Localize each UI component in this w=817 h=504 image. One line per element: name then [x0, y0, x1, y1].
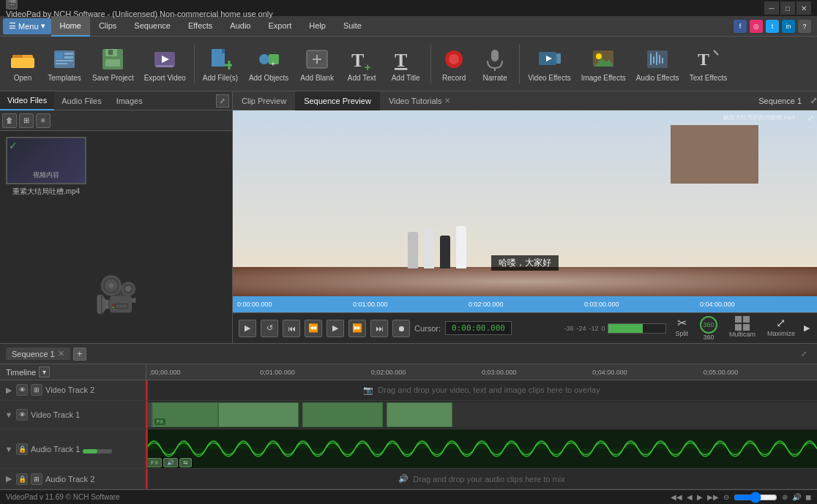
sequence-tab[interactable]: Sequence 1 ✕ — [6, 347, 70, 360]
app-icon: 🎬 — [6, 0, 18, 10]
list-item[interactable]: ✓ 视频内容 重紧大结局吐槽.mp4 — [6, 137, 86, 197]
split-button[interactable]: ✂ Split — [671, 315, 693, 342]
track-1-eye-icon[interactable]: 👁 — [16, 409, 28, 421]
add-objects-button[interactable]: + Add Objects — [244, 40, 294, 88]
nav-end-icon[interactable]: ▶▶ — [707, 493, 719, 501]
multicam-button[interactable]: Multicam — [725, 315, 760, 342]
narrate-button[interactable]: Narrate — [474, 40, 515, 88]
expand-transport-icon[interactable]: ▶ — [802, 315, 811, 342]
skip-end-button[interactable]: ⏭ — [370, 320, 388, 337]
add-text-button[interactable]: T+ Add Text — [340, 40, 383, 88]
view-toggle-button[interactable]: ⊞ — [19, 113, 34, 128]
expand-preview-icon[interactable]: ⤢ — [810, 96, 817, 105]
sequence-tab-close-icon[interactable]: ✕ — [58, 349, 64, 358]
track-collapse-icon[interactable]: ▼ — [4, 410, 13, 419]
video-track-1-content[interactable]: FX — [146, 401, 817, 429]
step-forward-button[interactable]: ⏩ — [348, 320, 366, 337]
nav-forward-icon[interactable]: ▶ — [697, 493, 703, 501]
track-grid-icon[interactable]: ⊞ — [31, 384, 42, 396]
figure-2 — [424, 228, 434, 268]
audio-fx-controls: FX 🔊 ⇋ — [146, 457, 193, 468]
close-button[interactable]: ✕ — [797, 1, 811, 15]
zoom-out-icon[interactable]: ⊖ — [723, 493, 729, 501]
audio-effects-button[interactable]: Audio Effects — [632, 40, 684, 88]
tab-clip-preview[interactable]: Clip Preview — [233, 91, 295, 110]
templates-button[interactable]: Templates — [42, 40, 86, 88]
clip-2[interactable] — [218, 402, 299, 428]
video-effects-button[interactable]: Video Effects — [523, 40, 575, 88]
tab-effects[interactable]: Effects — [179, 16, 221, 37]
track-eye-icon[interactable]: 👁 — [16, 384, 28, 396]
clip-1-fx: FX — [154, 418, 165, 425]
tab-export[interactable]: Export — [259, 16, 300, 37]
help-icon[interactable]: ? — [798, 20, 811, 33]
audio-lock-icon[interactable]: 🔒 — [16, 443, 28, 455]
zoom-in-icon[interactable]: ⊕ — [782, 493, 788, 501]
tab-clips[interactable]: Clips — [90, 16, 125, 37]
audio-fx-button[interactable]: FX — [147, 458, 162, 467]
add-files-button[interactable]: Add File(s) — [198, 40, 242, 88]
record-button[interactable]: Record — [435, 40, 473, 88]
close-tutorials-icon[interactable]: ✕ — [444, 97, 450, 105]
save-project-button[interactable]: Save Project — [88, 40, 138, 88]
expand-icon[interactable]: ⤢ — [807, 113, 814, 123]
audio-effects-icon — [644, 46, 671, 72]
tab-suite[interactable]: Suite — [335, 16, 370, 37]
play-main-button[interactable]: ▶ — [327, 320, 344, 337]
tab-video-tutorials[interactable]: Video Tutorials ✕ — [380, 91, 460, 110]
loop-button[interactable]: ↺ — [261, 320, 278, 337]
maximize-button[interactable]: ⤢ Maximize — [763, 315, 799, 342]
audio-track-2-content[interactable]: 🔊 Drag and drop your audio clips here to… — [146, 469, 817, 489]
tab-help[interactable]: Help — [300, 16, 335, 37]
list-view-button[interactable]: ≡ — [36, 113, 51, 128]
mute-icon[interactable]: ◼ — [805, 493, 811, 501]
maximize-button[interactable]: □ — [780, 1, 795, 15]
tab-audio[interactable]: Audio — [221, 16, 259, 37]
export-video-button[interactable]: Export Video — [140, 40, 190, 88]
delete-file-button[interactable]: 🗑 — [2, 113, 17, 128]
nav-start-icon[interactable]: ◀◀ — [671, 493, 682, 501]
audio-ch-button[interactable]: ⇋ — [179, 458, 192, 467]
add-blank-button[interactable]: Add Blank — [295, 40, 339, 88]
volume-slider-track[interactable] — [83, 449, 112, 454]
templates-label: Templates — [48, 74, 81, 82]
audio-track-2-lock-icon[interactable]: 🔒 — [16, 473, 28, 485]
add-title-button[interactable]: T Add Title — [384, 40, 427, 88]
image-effects-button[interactable]: Image Effects — [577, 40, 630, 88]
track-expand-icon[interactable]: ▶ — [4, 385, 13, 394]
tab-sequence[interactable]: Sequence — [125, 16, 179, 37]
audio-track-1-content[interactable]: FX 🔊 ⇋ — [146, 429, 817, 468]
text-effects-button[interactable]: T Text Effects — [684, 40, 731, 88]
record-transport-button[interactable]: ⏺ — [392, 320, 410, 337]
audio-track-collapse-icon[interactable]: ▼ — [4, 445, 13, 454]
audio-track-2-expand-icon[interactable]: ▶ — [4, 475, 13, 484]
skip-start-button[interactable]: ⏮ — [283, 320, 300, 337]
open-button[interactable]: Open — [4, 40, 41, 88]
clip-4[interactable] — [387, 402, 452, 428]
audio-vol-button[interactable]: 🔊 — [163, 458, 178, 467]
tab-audio-files[interactable]: Audio Files — [54, 91, 108, 110]
play-button[interactable]: ▶ — [239, 320, 256, 337]
facebook-icon[interactable]: f — [734, 20, 747, 33]
tab-home[interactable]: Home — [51, 16, 90, 37]
instagram-icon[interactable]: ◎ — [750, 20, 763, 33]
step-back-button[interactable]: ⏪ — [305, 320, 322, 337]
tab-video-files[interactable]: Video Files — [0, 91, 54, 110]
panel-expand-icon[interactable]: ⤢ — [216, 94, 229, 108]
clip-3[interactable] — [302, 402, 383, 428]
nav-back-icon[interactable]: ◀ — [687, 493, 693, 501]
video-track-2-content[interactable]: 📷 Drag and drop your video, text and ima… — [146, 380, 817, 400]
360-button[interactable]: 360 360 — [695, 315, 722, 342]
menu-dropdown-button[interactable]: ☰ Menu ▾ — [3, 18, 51, 34]
zoom-slider[interactable] — [734, 494, 777, 501]
clip-1[interactable]: FX — [152, 402, 218, 428]
volume-icon[interactable]: 🔊 — [792, 493, 801, 501]
timeline-dropdown[interactable]: ▾ — [39, 366, 50, 377]
twitter-icon[interactable]: t — [766, 20, 779, 33]
tab-images[interactable]: Images — [109, 91, 150, 110]
audio-track-2-grid-icon[interactable]: ⊞ — [31, 473, 42, 485]
tab-sequence-preview[interactable]: Sequence Preview — [295, 91, 380, 110]
minimize-button[interactable]: ─ — [764, 1, 779, 15]
add-sequence-button[interactable]: + — [73, 347, 86, 361]
linkedin-icon[interactable]: in — [782, 20, 795, 33]
